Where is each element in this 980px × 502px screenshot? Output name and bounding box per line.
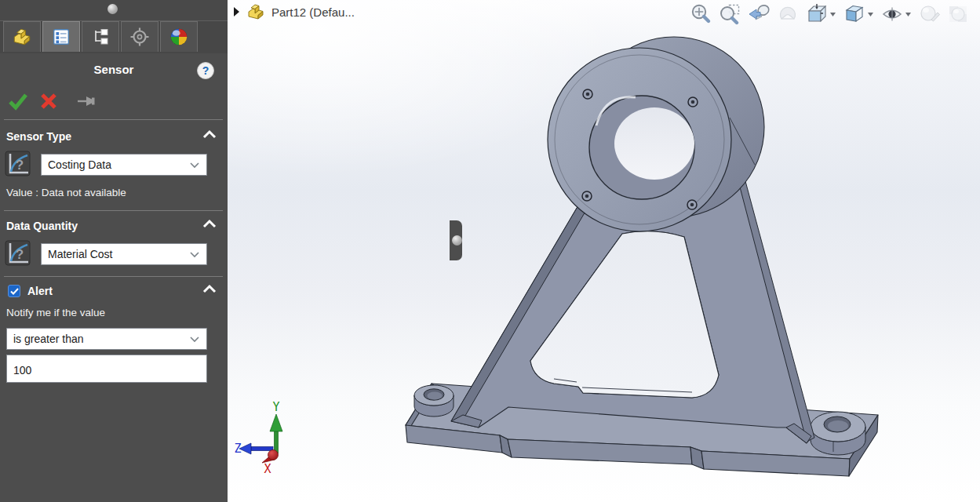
manager-tab-bar: [0, 21, 228, 53]
sensor-type-dropdown[interactable]: Costing Data: [41, 154, 207, 176]
heads-up-toolbar: [689, 1, 971, 27]
ok-button[interactable]: [6, 89, 30, 113]
display-style-caret[interactable]: [866, 2, 875, 26]
sensor-type-title: Sensor Type: [6, 130, 71, 143]
splitter-grip-icon: [452, 235, 462, 246]
data-quantity-title: Data Quantity: [6, 220, 78, 232]
view-orientation-caret[interactable]: [829, 2, 837, 26]
alert-condition-dropdown[interactable]: is greater than: [6, 328, 207, 350]
property-manager-panel: Sensor ? Sensor Type: [0, 0, 228, 502]
cancel-x-icon: [40, 93, 57, 110]
check-icon: [10, 288, 19, 295]
help-button[interactable]: ?: [197, 62, 214, 79]
right-boss[interactable]: [811, 412, 865, 455]
collapse-chevron-icon[interactable]: [202, 284, 217, 293]
previous-view-button[interactable]: [747, 2, 771, 26]
collapse-chevron-icon[interactable]: [202, 129, 217, 139]
tree-item-label[interactable]: Part12 (Defau...: [271, 5, 355, 19]
svg-text:?: ?: [16, 158, 24, 173]
pin-icon: [77, 93, 97, 109]
alert-checkbox[interactable]: [8, 285, 20, 297]
triad-y-label: Y: [272, 400, 279, 414]
dimxpert-icon: [129, 27, 150, 47]
dropdown-chevron-icon: [189, 162, 200, 169]
zoom-to-area-button[interactable]: [718, 2, 741, 26]
alert-header: Alert: [8, 282, 221, 300]
drag-grip-icon: [107, 4, 118, 14]
property-manager-icon: [52, 27, 71, 46]
alert-title: Alert: [27, 285, 53, 297]
tab-display-manager[interactable]: [160, 21, 198, 52]
divider: [4, 210, 223, 211]
solidworks-window: Y Z X Part12 (Defau...: [0, 0, 980, 502]
flyout-tree-item[interactable]: Part12 (Defau...: [232, 3, 355, 20]
hide-show-items-button[interactable]: [880, 2, 904, 26]
alert-threshold-input[interactable]: [6, 355, 207, 383]
help-question-icon: ?: [202, 64, 209, 77]
left-boss[interactable]: [414, 385, 454, 417]
dropdown-chevron-icon: [189, 251, 200, 258]
sensor-gauge-icon: ?: [5, 151, 31, 176]
divider: [4, 276, 223, 277]
ok-check-icon: [8, 92, 28, 111]
divider: [4, 119, 223, 120]
panel-title: Sensor: [0, 63, 228, 76]
sensor-gauge-icon: ?: [5, 240, 31, 266]
triad-x-label: X: [264, 462, 271, 476]
pin-button[interactable]: [75, 89, 99, 113]
hide-show-items-caret[interactable]: [904, 2, 913, 26]
apply-scene-button[interactable]: [947, 2, 971, 26]
data-quantity-value: Material Cost: [48, 248, 189, 260]
expand-triangle-icon[interactable]: [232, 6, 240, 17]
sensor-type-header[interactable]: Sensor Type: [6, 128, 221, 145]
alert-notify-label: Notify me if the value: [6, 307, 105, 318]
zoom-to-fit-button[interactable]: [689, 2, 712, 26]
dropdown-chevron-icon: [189, 336, 200, 343]
part-icon: [246, 3, 265, 20]
panel-splitter-handle[interactable]: [450, 220, 462, 260]
reference-triad: Y Z X: [234, 400, 282, 476]
configuration-manager-icon: [91, 27, 110, 46]
part-icon: [12, 27, 32, 46]
edit-appearance-button[interactable]: [918, 2, 942, 26]
sensor-type-value: Costing Data: [48, 158, 189, 171]
cancel-button[interactable]: [37, 89, 60, 113]
section-view-button[interactable]: [776, 2, 800, 26]
display-style-button[interactable]: [843, 2, 866, 26]
svg-text:?: ?: [16, 247, 24, 262]
alert-condition-value: is greater than: [13, 333, 189, 345]
part-model[interactable]: Y Z X: [228, 0, 980, 502]
tab-featuremanager-tree[interactable]: [3, 21, 41, 52]
triad-z-label: Z: [234, 442, 241, 456]
tab-dimxpert-manager[interactable]: [121, 21, 158, 52]
collapse-chevron-icon[interactable]: [202, 219, 217, 228]
panel-action-row: [6, 89, 106, 113]
panel-drag-strip[interactable]: [0, 0, 228, 21]
sensor-value-note: Value : Data not available: [6, 187, 126, 198]
data-quantity-header[interactable]: Data Quantity: [6, 217, 221, 235]
display-manager-icon: [169, 27, 189, 47]
graphics-area[interactable]: Y Z X Part12 (Defau...: [228, 0, 980, 502]
tab-configuration-manager[interactable]: [82, 21, 119, 52]
view-orientation-button[interactable]: [805, 2, 829, 26]
tab-property-manager[interactable]: [42, 21, 80, 52]
data-quantity-dropdown[interactable]: Material Cost: [41, 243, 207, 265]
